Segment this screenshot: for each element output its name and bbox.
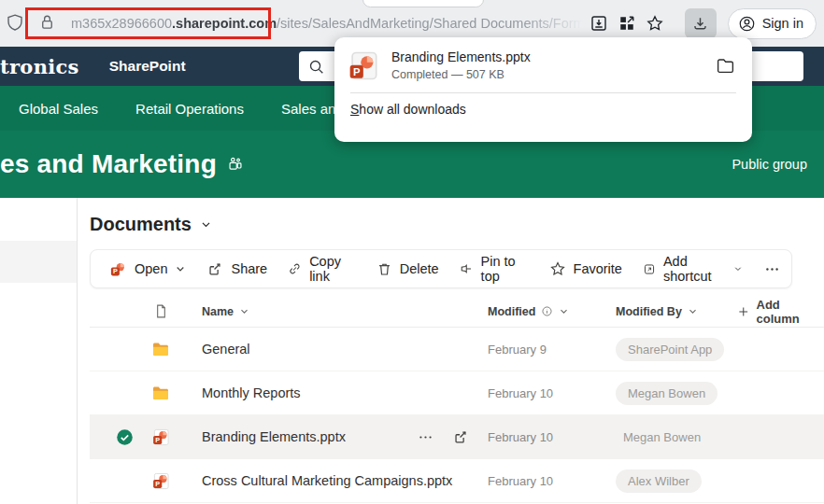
open-folder-button[interactable]: [716, 56, 735, 76]
row-modified: February 9: [488, 343, 616, 357]
more-commands-button[interactable]: [753, 250, 791, 287]
row-name[interactable]: Cross Cultural Marketing Campaigns.pptx: [179, 473, 488, 488]
share-icon[interactable]: [452, 428, 469, 445]
row-name[interactable]: Monthly Reports: [179, 385, 488, 400]
row-modified: February 10: [488, 386, 616, 400]
sharepoint-app-name[interactable]: SharePoint: [109, 58, 186, 75]
library-title[interactable]: Documents: [90, 214, 824, 235]
public-group-badge: Public group: [732, 157, 807, 172]
table-row[interactable]: Monthly Reports February 10 Megan Bowen: [90, 371, 824, 415]
table-header: Name Modified Modified By Add column: [90, 296, 824, 328]
info-icon: [541, 305, 553, 317]
company-logo[interactable]: tronics: [0, 55, 79, 78]
selected-check-icon[interactable]: [107, 428, 142, 446]
row-actions: [418, 428, 488, 445]
nav-item-retail-operations[interactable]: Retail Operations: [135, 101, 244, 117]
table-row-selected[interactable]: P Branding Elements.pptx February 10 Meg…: [90, 415, 824, 459]
powerpoint-file-icon: P: [142, 428, 179, 446]
ellipsis-icon: [764, 261, 780, 277]
url-text[interactable]: m365x28966600.sharepoint.com/sites/Sales…: [71, 16, 583, 31]
sign-in-label: Sign in: [762, 16, 803, 31]
browser-tab-remnant[interactable]: [362, 0, 484, 7]
add-shortcut-button[interactable]: Add shortcut: [632, 250, 753, 287]
trash-icon: [376, 261, 392, 277]
powerpoint-icon: P: [110, 260, 127, 277]
svg-text:P: P: [155, 479, 160, 487]
row-name[interactable]: Branding Elements.pptx: [202, 429, 346, 444]
star-icon: [549, 260, 566, 277]
row-modified: February 10: [488, 430, 616, 444]
shield-icon[interactable]: [6, 13, 26, 34]
bookmark-star-icon[interactable]: [643, 11, 667, 35]
row-modified: February 10: [488, 474, 616, 488]
svg-text:P: P: [353, 65, 361, 77]
person-icon: [738, 15, 756, 33]
folder-outline-icon: [716, 56, 735, 76]
show-all-downloads-link[interactable]: Show all downloads: [334, 93, 752, 125]
search-icon: [307, 58, 325, 76]
split-screen-icon[interactable]: [615, 11, 639, 35]
install-app-icon[interactable]: [587, 11, 611, 35]
page-body: Documents P Open Share Copy link Delete: [0, 198, 824, 504]
powerpoint-file-icon: P: [348, 50, 379, 81]
sign-in-button[interactable]: Sign in: [728, 8, 817, 39]
column-header-name[interactable]: Name: [179, 305, 488, 318]
svg-text:P: P: [155, 435, 160, 443]
chevron-down-icon: [688, 306, 698, 316]
download-icon: [691, 15, 709, 33]
plus-icon: [737, 305, 750, 318]
sidebar-item-selected[interactable]: [0, 241, 77, 283]
chevron-down-icon: [559, 306, 569, 316]
column-header-modified-by[interactable]: Modified By: [616, 305, 737, 318]
site-title: es and Marketing: [0, 149, 244, 179]
lock-icon[interactable]: [38, 13, 59, 34]
modified-by-label[interactable]: Megan Bowen: [616, 426, 713, 449]
pin-icon: [460, 260, 474, 277]
download-file-name: Branding Elements.pptx: [391, 49, 531, 64]
pin-to-top-button[interactable]: Pin to top: [449, 250, 539, 287]
modified-by-pill[interactable]: Megan Bowen: [616, 382, 717, 405]
downloads-popup: P Branding Elements.pptx Completed — 507…: [334, 37, 752, 142]
sidebar: [0, 198, 78, 504]
download-item[interactable]: P Branding Elements.pptx Completed — 507…: [334, 37, 752, 81]
link-icon: [288, 260, 302, 277]
ellipsis-icon[interactable]: [418, 429, 433, 445]
svg-text:P: P: [113, 267, 118, 275]
command-bar: P Open Share Copy link Delete Pin to top: [90, 249, 792, 288]
powerpoint-file-icon: P: [142, 472, 179, 490]
folder-icon: [142, 384, 179, 402]
downloads-button[interactable]: [685, 8, 717, 38]
row-name[interactable]: General: [179, 342, 488, 357]
add-column-button[interactable]: Add column: [737, 298, 824, 326]
document-icon: [142, 303, 179, 319]
chevron-down-icon: [175, 263, 186, 274]
url-subdomain: m365x28966600: [71, 16, 172, 31]
chevron-down-icon: [239, 306, 249, 316]
delete-button[interactable]: Delete: [366, 250, 449, 287]
open-button[interactable]: P Open: [100, 250, 196, 287]
table-row[interactable]: P Cross Cultural Marketing Campaigns.ppt…: [90, 459, 824, 503]
copy-link-button[interactable]: Copy link: [277, 250, 366, 287]
chevron-down-icon: [200, 218, 212, 231]
chevron-down-icon: [733, 263, 743, 274]
download-status: Completed — 507 KB: [391, 68, 531, 81]
modified-by-pill[interactable]: Alex Wilber: [616, 469, 702, 493]
folder-icon: [142, 340, 179, 358]
add-shortcut-icon: [643, 261, 656, 277]
team-site-icon: [227, 156, 244, 173]
table-row[interactable]: General February 9 SharePoint App: [90, 328, 824, 371]
share-button[interactable]: Share: [196, 250, 277, 287]
library-content: Documents P Open Share Copy link Delete: [78, 198, 824, 504]
favorite-button[interactable]: Favorite: [539, 250, 632, 287]
modified-by-pill[interactable]: SharePoint App: [616, 338, 724, 361]
nav-item-global-sales[interactable]: Global Sales: [19, 101, 98, 117]
url-domain: .sharepoint.com: [172, 16, 277, 31]
column-header-modified[interactable]: Modified: [488, 305, 616, 318]
share-icon: [206, 260, 223, 277]
url-path: /sites/SalesAndMarketing/Shared Document…: [277, 16, 583, 31]
